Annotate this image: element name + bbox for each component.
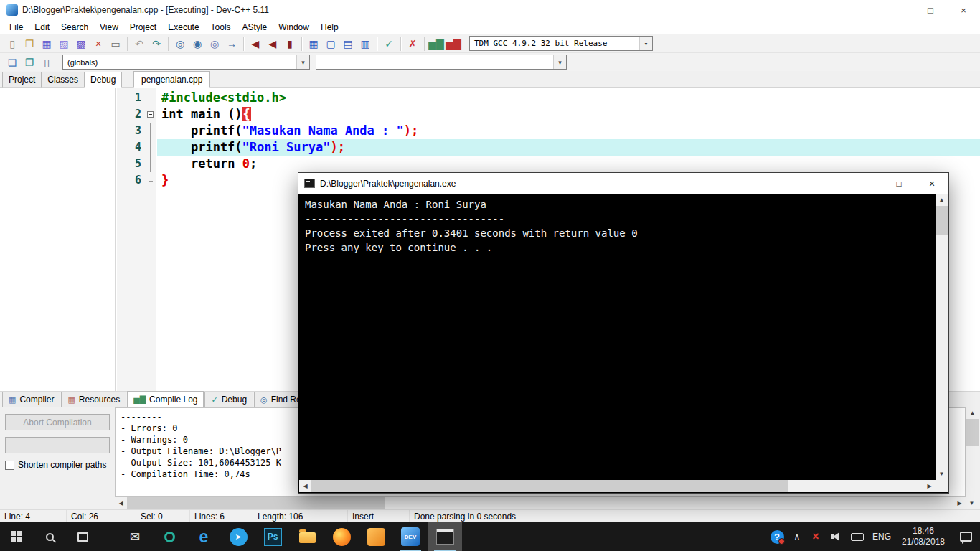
save-all-icon[interactable]: ▩: [72, 36, 90, 52]
code-line-4[interactable]: printf("Roni Surya");: [157, 139, 980, 156]
scroll-left-icon[interactable]: ◀: [299, 480, 311, 492]
console-minimize-button[interactable]: –: [849, 173, 882, 194]
console-close-button[interactable]: ×: [915, 173, 948, 194]
gutter-line[interactable]: 5: [117, 156, 156, 172]
compile-log-hscrollbar[interactable]: ◀ ▶: [115, 497, 966, 509]
gutter-line[interactable]: 6: [117, 172, 156, 189]
shorten-paths-option[interactable]: Shorten compiler paths: [5, 460, 110, 470]
gutter-line[interactable]: 1: [117, 90, 156, 106]
tab-compile-log[interactable]: ▅▇Compile Log: [127, 391, 204, 407]
console-output[interactable]: Masukan Nama Anda : Roni Surya----------…: [299, 194, 936, 480]
open-file-icon[interactable]: ❐: [21, 36, 38, 52]
tab-debug[interactable]: ✓Debug: [204, 392, 253, 407]
taskbar-search-button[interactable]: [33, 522, 66, 551]
tab-compiler[interactable]: ▦Compiler: [2, 392, 60, 407]
gutter-line[interactable]: 2: [117, 106, 156, 123]
compile-run-icon[interactable]: ▤: [339, 36, 357, 52]
members-select[interactable]: ▾: [316, 55, 567, 70]
find-icon[interactable]: ◎: [171, 36, 189, 52]
globals-select[interactable]: (globals) ▾: [62, 55, 310, 70]
pause-icon[interactable]: ▮: [281, 36, 298, 52]
menu-edit[interactable]: Edit: [29, 22, 55, 33]
titlebar[interactable]: D:\Blogger\Praktek\pengenalan.cpp - [Exe…: [0, 0, 980, 20]
tab-classes[interactable]: Classes: [41, 72, 85, 88]
spare-button[interactable]: [5, 437, 110, 453]
close-file-icon[interactable]: ×: [90, 36, 107, 52]
app-photoshop[interactable]: Ps: [255, 522, 290, 551]
redo-icon[interactable]: ↷: [148, 36, 165, 52]
fold-column[interactable]: [145, 106, 156, 123]
shorten-paths-checkbox[interactable]: [5, 461, 14, 470]
syntax-check-icon[interactable]: ✓: [380, 36, 397, 52]
compiler-select[interactable]: TDM-GCC 4.9.2 32-bit Release ▾: [469, 36, 653, 51]
tab-project[interactable]: Project: [2, 72, 42, 88]
menu-search[interactable]: Search: [55, 22, 94, 33]
chevron-down-icon[interactable]: ▾: [553, 55, 566, 69]
save-icon[interactable]: ▦: [38, 36, 55, 52]
menu-file[interactable]: File: [4, 22, 29, 33]
project-remove-icon[interactable]: ❐: [21, 55, 38, 70]
menu-window[interactable]: Window: [273, 22, 315, 33]
gutter-line[interactable]: 4: [117, 139, 156, 156]
file-properties-icon[interactable]: ▯: [38, 55, 55, 70]
volume-button[interactable]: [825, 522, 847, 551]
chevron-down-icon[interactable]: ▾: [296, 55, 309, 69]
app-console[interactable]: [428, 522, 462, 551]
chevron-down-icon[interactable]: ▾: [639, 37, 652, 50]
console-vscrollbar[interactable]: ▲ ▼: [936, 194, 948, 480]
menu-help[interactable]: Help: [315, 22, 344, 33]
alert-tray-button[interactable]: ×: [806, 522, 825, 551]
minimize-button[interactable]: –: [881, 0, 914, 20]
app-firefox[interactable]: [324, 522, 359, 551]
app-teal-ring[interactable]: [152, 522, 187, 551]
nav-forward-icon[interactable]: ◀: [264, 36, 281, 52]
maximize-button[interactable]: □: [914, 0, 947, 20]
profile-icon[interactable]: ▅▇: [428, 36, 445, 52]
code-line-5[interactable]: return 0;: [157, 156, 980, 172]
compile-icon[interactable]: ▦: [305, 36, 322, 52]
app-messenger[interactable]: ➤: [221, 522, 255, 551]
nav-back-icon[interactable]: ◀: [247, 36, 264, 52]
action-center-button[interactable]: [951, 522, 980, 551]
replace-icon[interactable]: ◎: [206, 36, 223, 52]
gutter-line[interactable]: 3: [117, 123, 156, 139]
scroll-right-icon[interactable]: ▶: [923, 480, 936, 492]
help-tray-button[interactable]: ?: [766, 522, 788, 551]
touch-keyboard-button[interactable]: [847, 522, 868, 551]
code-line-1[interactable]: #include<stdio.h>: [157, 90, 980, 106]
print-icon[interactable]: ▭: [107, 36, 124, 52]
app-file-explorer[interactable]: [290, 522, 324, 551]
save-as-icon[interactable]: ▨: [55, 36, 72, 52]
abort-compilation-icon[interactable]: ✗: [404, 36, 421, 52]
console-window[interactable]: D:\Blogger\Praktek\pengenalan.exe – □ × …: [298, 172, 949, 494]
scrollbar-thumb[interactable]: [936, 206, 948, 235]
find-in-files-icon[interactable]: ◉: [189, 36, 206, 52]
editor-tab-pengenalan[interactable]: pengenalan.cpp: [133, 71, 210, 88]
scrollbar-thumb[interactable]: [127, 497, 385, 509]
scroll-down-icon[interactable]: ▼: [966, 497, 978, 509]
task-view-button[interactable]: [66, 522, 99, 551]
project-add-icon[interactable]: ❏: [4, 55, 21, 70]
console-titlebar[interactable]: D:\Blogger\Praktek\pengenalan.exe – □ ×: [298, 173, 948, 194]
run-icon[interactable]: ▢: [322, 36, 339, 52]
editor-gutter[interactable]: 123456: [117, 88, 156, 391]
console-hscrollbar[interactable]: ◀ ▶: [299, 480, 936, 492]
app-mail[interactable]: ✉: [118, 522, 152, 551]
scroll-right-icon[interactable]: ▶: [953, 497, 966, 509]
menu-view[interactable]: View: [94, 22, 124, 33]
scroll-left-icon[interactable]: ◀: [115, 497, 127, 509]
scroll-down-icon[interactable]: ▼: [936, 468, 948, 480]
menu-execute[interactable]: Execute: [162, 22, 204, 33]
profiling-analysis-icon[interactable]: ▅▇: [445, 36, 462, 52]
console-maximize-button[interactable]: □: [882, 173, 915, 194]
tab-resources[interactable]: ▦Resources: [61, 392, 126, 407]
language-indicator[interactable]: ENG: [868, 522, 895, 551]
tab-debug[interactable]: Debug: [84, 72, 122, 88]
abort-compilation-button[interactable]: Abort Compilation: [5, 414, 110, 430]
code-line-2[interactable]: int main (){: [157, 106, 980, 123]
menu-tools[interactable]: Tools: [205, 22, 237, 33]
scroll-up-icon[interactable]: ▲: [936, 194, 948, 206]
goto-line-icon[interactable]: →: [223, 36, 240, 52]
app-devcpp[interactable]: DEV: [393, 522, 428, 551]
close-button[interactable]: ×: [947, 0, 980, 20]
